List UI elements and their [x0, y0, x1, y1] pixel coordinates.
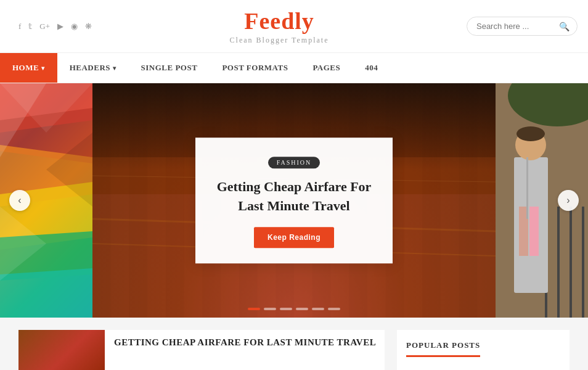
post-title: GETTING CHEAP AIRFARE FOR LAST MINUTE TR… [114, 336, 376, 349]
hero-slider: FASHION Getting Cheap Airfare For Last M… [0, 83, 588, 318]
slider-dot-6[interactable] [328, 308, 340, 310]
social-pinterest[interactable]: ❋ [85, 22, 92, 31]
nav-item-single-post[interactable]: SINGLE POST [129, 53, 210, 83]
slider-dot-5[interactable] [312, 308, 324, 310]
social-twitter[interactable]: 𝕥 [28, 22, 32, 31]
chevron-down-icon: ▾ [41, 65, 45, 72]
nav-item-headers[interactable]: HEADERS ▾ [57, 53, 129, 83]
social-youtube[interactable]: ▶ [57, 22, 63, 31]
post-info: GETTING CHEAP AIRFARE FOR LAST MINUTE TR… [114, 330, 382, 355]
logo-title: Feedly [230, 7, 329, 35]
logo-subtitle: Clean Blogger Template [230, 36, 329, 45]
slider-dot-2[interactable] [264, 308, 276, 310]
nav-item-post-formats[interactable]: POST FORMATS [210, 53, 300, 83]
post-card: GETTING CHEAP AIRFARE FOR LAST MINUTE TR… [18, 330, 385, 370]
svg-marker-5 [0, 268, 92, 318]
slider-card: FASHION Getting Cheap Airfare For Last M… [195, 138, 393, 263]
logo-area: Feedly Clean Blogger Template [230, 7, 329, 45]
svg-rect-30 [557, 207, 560, 318]
top-bar: f 𝕥 G+ ▶ ◉ ❋ Feedly Clean Blogger Templa… [0, 0, 588, 53]
svg-rect-32 [582, 207, 584, 318]
social-icons: f 𝕥 G+ ▶ ◉ ❋ [18, 22, 92, 31]
slider-dot-3[interactable] [280, 308, 292, 310]
slider-dot-4[interactable] [296, 308, 308, 310]
social-facebook[interactable]: f [18, 22, 21, 31]
nav-item-404[interactable]: 404 [353, 53, 390, 83]
post-thumbnail [18, 330, 105, 370]
slider-title: Getting Cheap Airfare For Last Minute Tr… [214, 178, 374, 216]
nav-bar: HOME ▾ HEADERS ▾ SINGLE POST POST FORMAT… [0, 53, 588, 83]
slider-category: FASHION [268, 157, 321, 168]
slider-next-button[interactable]: › [558, 190, 579, 211]
search-button[interactable]: 🔍 [559, 22, 570, 31]
search-area: 🔍 [467, 17, 570, 36]
slider-dot-1[interactable] [248, 308, 260, 310]
svg-rect-37 [526, 157, 528, 219]
posts-area: GETTING CHEAP AIRFARE FOR LAST MINUTE TR… [18, 330, 385, 370]
svg-point-38 [517, 126, 545, 141]
main-content: GETTING CHEAP AIRFARE FOR LAST MINUTE TR… [0, 318, 588, 370]
slider-prev-button[interactable]: ‹ [9, 190, 30, 211]
sidebar-section-title: POPULAR POSTS [406, 340, 480, 357]
svg-rect-35 [529, 207, 539, 256]
social-googleplus[interactable]: G+ [39, 22, 50, 31]
svg-rect-31 [570, 207, 572, 318]
sidebar: POPULAR POSTS [397, 330, 570, 370]
sidebar-popular-posts: POPULAR POSTS [397, 330, 570, 370]
keep-reading-button[interactable]: Keep Reading [254, 227, 334, 248]
social-instagram[interactable]: ◉ [71, 22, 78, 31]
slider-dots [248, 308, 340, 310]
nav-item-pages[interactable]: PAGES [300, 53, 353, 83]
chevron-down-icon: ▾ [113, 65, 116, 72]
nav-item-home[interactable]: HOME ▾ [0, 53, 57, 83]
